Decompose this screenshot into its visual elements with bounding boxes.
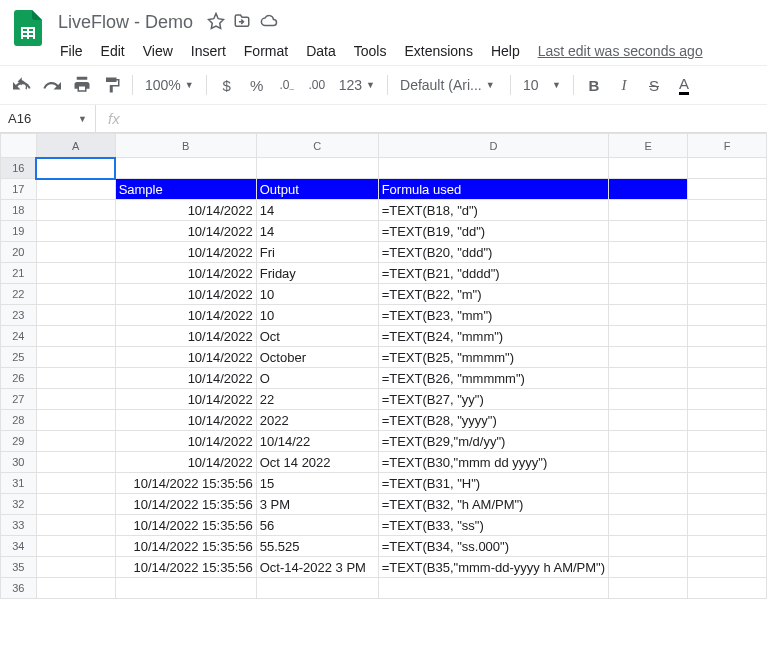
cell-C31[interactable]: 15 bbox=[256, 473, 378, 494]
cell-F36[interactable] bbox=[688, 578, 767, 599]
cell-D33[interactable]: =TEXT(B33, "ss") bbox=[378, 515, 608, 536]
cell-E27[interactable] bbox=[609, 389, 688, 410]
cell-D28[interactable]: =TEXT(B28, "yyyy") bbox=[378, 410, 608, 431]
paint-format-button[interactable] bbox=[98, 71, 126, 99]
row-header[interactable]: 33 bbox=[1, 515, 37, 536]
row-header[interactable]: 20 bbox=[1, 242, 37, 263]
cell-C18[interactable]: 14 bbox=[256, 200, 378, 221]
row-header[interactable]: 26 bbox=[1, 368, 37, 389]
row-header[interactable]: 17 bbox=[1, 179, 37, 200]
col-header-C[interactable]: C bbox=[256, 134, 378, 158]
cell-F27[interactable] bbox=[688, 389, 767, 410]
decrease-decimal-button[interactable]: .0_ bbox=[273, 71, 301, 99]
row-header[interactable]: 30 bbox=[1, 452, 37, 473]
menu-view[interactable]: View bbox=[135, 39, 181, 63]
increase-decimal-button[interactable]: .00 bbox=[303, 71, 331, 99]
cell-F17[interactable] bbox=[688, 179, 767, 200]
cell-C23[interactable]: 10 bbox=[256, 305, 378, 326]
cell-C35[interactable]: Oct-14-2022 3 PM bbox=[256, 557, 378, 578]
cell-A24[interactable] bbox=[36, 326, 115, 347]
cell-F30[interactable] bbox=[688, 452, 767, 473]
cloud-icon[interactable] bbox=[259, 12, 279, 33]
cell-F16[interactable] bbox=[688, 158, 767, 179]
cell-B26[interactable]: 10/14/2022 bbox=[115, 368, 256, 389]
row-header[interactable]: 36 bbox=[1, 578, 37, 599]
cell-E17[interactable] bbox=[609, 179, 688, 200]
cell-C32[interactable]: 3 PM bbox=[256, 494, 378, 515]
cell-E31[interactable] bbox=[609, 473, 688, 494]
cell-F29[interactable] bbox=[688, 431, 767, 452]
menu-extensions[interactable]: Extensions bbox=[396, 39, 480, 63]
cell-C29[interactable]: 10/14/22 bbox=[256, 431, 378, 452]
more-formats-select[interactable]: 123▼ bbox=[333, 71, 381, 99]
cell-B20[interactable]: 10/14/2022 bbox=[115, 242, 256, 263]
cell-E16[interactable] bbox=[609, 158, 688, 179]
cell-F25[interactable] bbox=[688, 347, 767, 368]
cell-C30[interactable]: Oct 14 2022 bbox=[256, 452, 378, 473]
cell-E34[interactable] bbox=[609, 536, 688, 557]
cell-B21[interactable]: 10/14/2022 bbox=[115, 263, 256, 284]
cell-B22[interactable]: 10/14/2022 bbox=[115, 284, 256, 305]
row-header[interactable]: 34 bbox=[1, 536, 37, 557]
cell-A30[interactable] bbox=[36, 452, 115, 473]
cell-C33[interactable]: 56 bbox=[256, 515, 378, 536]
cell-E21[interactable] bbox=[609, 263, 688, 284]
font-size-select[interactable]: 10▼ bbox=[517, 71, 567, 99]
menu-format[interactable]: Format bbox=[236, 39, 296, 63]
col-header-E[interactable]: E bbox=[609, 134, 688, 158]
font-select[interactable]: Default (Ari...▼ bbox=[394, 71, 504, 99]
select-all-corner[interactable] bbox=[1, 134, 37, 158]
row-header[interactable]: 35 bbox=[1, 557, 37, 578]
cell-E20[interactable] bbox=[609, 242, 688, 263]
cell-C22[interactable]: 10 bbox=[256, 284, 378, 305]
cell-E24[interactable] bbox=[609, 326, 688, 347]
cell-E35[interactable] bbox=[609, 557, 688, 578]
cell-B32[interactable]: 10/14/2022 15:35:56 bbox=[115, 494, 256, 515]
cell-C26[interactable]: O bbox=[256, 368, 378, 389]
cell-E32[interactable] bbox=[609, 494, 688, 515]
cell-B19[interactable]: 10/14/2022 bbox=[115, 221, 256, 242]
cell-F23[interactable] bbox=[688, 305, 767, 326]
cell-B25[interactable]: 10/14/2022 bbox=[115, 347, 256, 368]
cell-A22[interactable] bbox=[36, 284, 115, 305]
cell-D30[interactable]: =TEXT(B30,"mmm dd yyyy") bbox=[378, 452, 608, 473]
sheets-logo[interactable] bbox=[8, 8, 48, 48]
col-header-A[interactable]: A bbox=[36, 134, 115, 158]
cell-D35[interactable]: =TEXT(B35,"mmm-dd-yyyy h AM/PM") bbox=[378, 557, 608, 578]
text-color-button[interactable]: A bbox=[670, 71, 698, 99]
cell-B27[interactable]: 10/14/2022 bbox=[115, 389, 256, 410]
cell-A27[interactable] bbox=[36, 389, 115, 410]
cell-E36[interactable] bbox=[609, 578, 688, 599]
bold-button[interactable]: B bbox=[580, 71, 608, 99]
cell-D29[interactable]: =TEXT(B29,"m/d/yy") bbox=[378, 431, 608, 452]
cell-D22[interactable]: =TEXT(B22, "m") bbox=[378, 284, 608, 305]
row-header[interactable]: 29 bbox=[1, 431, 37, 452]
cell-C16[interactable] bbox=[256, 158, 378, 179]
spreadsheet-grid[interactable]: ABCDEF 1617SampleOutputFormula used1810/… bbox=[0, 133, 767, 599]
zoom-select[interactable]: 100%▼ bbox=[139, 71, 200, 99]
menu-tools[interactable]: Tools bbox=[346, 39, 395, 63]
cell-D21[interactable]: =TEXT(B21, "dddd") bbox=[378, 263, 608, 284]
cell-A20[interactable] bbox=[36, 242, 115, 263]
undo-button[interactable] bbox=[8, 71, 36, 99]
cell-B17[interactable]: Sample bbox=[115, 179, 256, 200]
cell-F20[interactable] bbox=[688, 242, 767, 263]
cell-E25[interactable] bbox=[609, 347, 688, 368]
cell-B18[interactable]: 10/14/2022 bbox=[115, 200, 256, 221]
menu-help[interactable]: Help bbox=[483, 39, 528, 63]
strikethrough-button[interactable]: S bbox=[640, 71, 668, 99]
cell-A26[interactable] bbox=[36, 368, 115, 389]
last-edit-link[interactable]: Last edit was seconds ago bbox=[538, 43, 703, 59]
cell-D36[interactable] bbox=[378, 578, 608, 599]
cell-F35[interactable] bbox=[688, 557, 767, 578]
menu-edit[interactable]: Edit bbox=[93, 39, 133, 63]
cell-C20[interactable]: Fri bbox=[256, 242, 378, 263]
cell-A19[interactable] bbox=[36, 221, 115, 242]
cell-F19[interactable] bbox=[688, 221, 767, 242]
cell-F24[interactable] bbox=[688, 326, 767, 347]
cell-B24[interactable]: 10/14/2022 bbox=[115, 326, 256, 347]
cell-A25[interactable] bbox=[36, 347, 115, 368]
row-header[interactable]: 22 bbox=[1, 284, 37, 305]
cell-B34[interactable]: 10/14/2022 15:35:56 bbox=[115, 536, 256, 557]
cell-C34[interactable]: 55.525 bbox=[256, 536, 378, 557]
